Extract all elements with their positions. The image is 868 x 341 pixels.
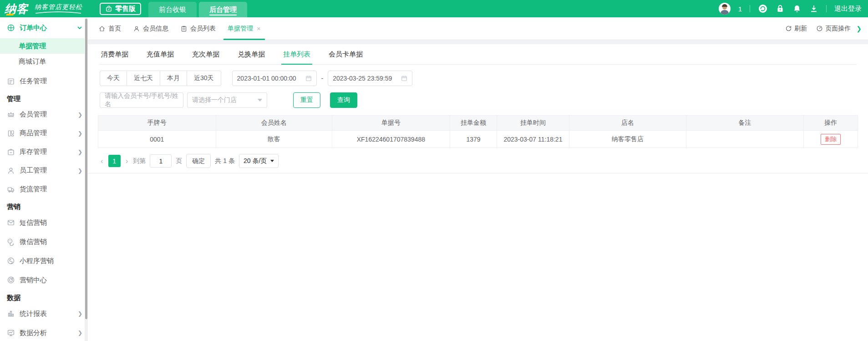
sidebar-section-data: 数据 xyxy=(0,292,88,304)
sidebar-item-label: 员工管理 xyxy=(20,166,47,175)
page-size-select[interactable]: 20 条/页 xyxy=(239,154,279,168)
sidebar-item-document-management[interactable]: 单据管理 xyxy=(0,38,88,54)
sidebar-item-staff-management[interactable]: 员工管理 ❯ xyxy=(0,161,88,180)
tab-times-orders[interactable]: 充次单据 xyxy=(190,44,221,64)
nav-tab-backend[interactable]: 后台管理 xyxy=(199,2,247,17)
quick-range-today[interactable]: 今天 xyxy=(100,71,127,86)
sidebar-item-sms-marketing[interactable]: 短信营销 xyxy=(0,213,88,232)
sidebar-section-label: 管理 xyxy=(7,95,20,103)
bell-icon[interactable] xyxy=(792,4,802,13)
sidebar-item-label: 短信营销 xyxy=(20,219,47,227)
nav-tab-cashier[interactable]: 前台收银 xyxy=(148,2,197,17)
sidebar-item-label: 任务管理 xyxy=(20,77,47,86)
avatar-hair xyxy=(722,4,727,7)
sidebar-item-marketing-center[interactable]: 营销中心 xyxy=(0,270,88,290)
tab-consume-orders[interactable]: 消费单据 xyxy=(99,44,130,64)
chevron-right-icon: ❯ xyxy=(78,168,82,174)
search-button[interactable]: 查询 xyxy=(330,92,357,108)
page-number-button[interactable]: 1 xyxy=(108,155,121,167)
quick-range-last30days[interactable]: 近30天 xyxy=(187,71,221,86)
miniprogram-icon xyxy=(7,257,15,265)
member-icon xyxy=(133,25,140,32)
close-icon[interactable]: × xyxy=(257,25,261,32)
cell-amount: 1379 xyxy=(450,131,497,148)
total-count: 共 1 条 xyxy=(215,157,235,165)
date-to-input[interactable]: 2023-03-25 23:59:59 xyxy=(328,71,412,86)
avatar[interactable] xyxy=(719,3,731,15)
topbar-right: 1 退出登录 xyxy=(719,3,862,15)
target-icon xyxy=(7,276,15,284)
search-label: 查询 xyxy=(337,96,350,104)
tab-exchange-orders[interactable]: 兑换单据 xyxy=(236,44,267,64)
refresh-button[interactable]: 刷新 xyxy=(781,17,812,40)
sidebar-section-label: 数据 xyxy=(7,294,20,302)
chevron-right-icon: ❯ xyxy=(78,330,82,336)
crumb-spacer xyxy=(267,17,781,40)
support-icon[interactable] xyxy=(758,4,768,14)
column-header-member-name: 会员姓名 xyxy=(216,116,332,131)
refresh-icon xyxy=(785,25,792,32)
tab-label: 兑换单据 xyxy=(238,50,265,58)
delete-button[interactable]: 删除 xyxy=(821,134,841,145)
sidebar-item-order-center[interactable]: 订单中心 xyxy=(0,17,88,38)
divider xyxy=(750,5,750,12)
crumb-tab-member-list[interactable]: 会员列表 xyxy=(174,17,222,40)
sidebar-item-label: 数据分析 xyxy=(20,329,47,337)
sidebar-scrollbar-thumb[interactable] xyxy=(85,19,87,319)
calendar-icon xyxy=(401,75,407,81)
goto-page-input[interactable]: 1 xyxy=(150,154,172,168)
lock-icon[interactable] xyxy=(776,4,785,13)
sidebar-item-task-management[interactable]: 任务管理 xyxy=(0,72,88,91)
tab-hold-orders[interactable]: 挂单列表 xyxy=(281,44,312,64)
sidebar-item-label: 订单中心 xyxy=(20,24,47,32)
sidebar-scrollbar[interactable] xyxy=(85,17,88,341)
member-search-placeholder: 请输入会员卡号/手机号/姓名 xyxy=(105,92,178,108)
nav-tab-backend-label: 后台管理 xyxy=(209,5,237,14)
member-search-input[interactable]: 请输入会员卡号/手机号/姓名 xyxy=(100,92,183,108)
quick-range-last7days[interactable]: 近七天 xyxy=(127,71,160,86)
logout-button[interactable]: 退出登录 xyxy=(834,5,862,13)
product-icon xyxy=(7,129,15,137)
breadcrumb-tab-bar: 首页 会员信息 会员列表 单据管理 × 刷新 xyxy=(88,17,868,40)
sidebar-item-logistics-management[interactable]: 货流管理 xyxy=(0,180,88,198)
quick-range-this-month[interactable]: 本月 xyxy=(160,71,187,86)
goto-page-suffix: 页 xyxy=(176,157,182,165)
table-header-row: 手牌号 会员姓名 单据号 挂单金额 挂单时间 店名 备注 操作 xyxy=(98,116,858,131)
sidebar-item-data-analysis[interactable]: 数据分析 ❯ xyxy=(0,323,88,341)
home-icon xyxy=(98,25,106,32)
column-header-amount: 挂单金额 xyxy=(450,116,497,131)
date-from-input[interactable]: 2023-01-01 00:00:00 xyxy=(232,71,317,86)
tagline-text: 纳客管店更轻松 xyxy=(35,3,82,11)
page-operations-button[interactable]: 页面操作 xyxy=(812,17,855,40)
crumb-tab-member-info[interactable]: 会员信息 xyxy=(127,17,174,40)
tab-member-card-orders[interactable]: 会员卡单据 xyxy=(327,44,365,64)
download-icon[interactable] xyxy=(809,4,818,13)
crumb-tab-home[interactable]: 首页 xyxy=(92,17,127,40)
document-tabs: 消费单据 充值单据 充次单据 兑换单据 挂单列表 会员卡单据 xyxy=(99,44,857,65)
sidebar-item-product-management[interactable]: 商品管理 ❯ xyxy=(0,124,88,143)
goto-confirm-button[interactable]: 确定 xyxy=(186,154,211,168)
tagline: 纳客管店更轻松 xyxy=(35,3,82,14)
cell-hand-no: 0001 xyxy=(98,131,216,148)
next-page-icon[interactable]: › xyxy=(125,157,129,166)
sidebar-item-miniprogram-marketing[interactable]: 小程序营销 xyxy=(0,251,88,270)
crumb-tab-document-management[interactable]: 单据管理 × xyxy=(222,17,267,40)
sidebar-item-statistics-reports[interactable]: 统计报表 ❯ xyxy=(0,304,88,323)
sidebar-item-label: 货流管理 xyxy=(20,185,47,193)
reset-button[interactable]: 重置 xyxy=(293,92,320,108)
sidebar-item-mall-orders[interactable]: 商城订单 xyxy=(0,54,88,69)
pagination: ‹ 1 › 到第 1 页 确定 共 1 条 20 条/页 xyxy=(100,154,868,168)
sidebar-item-label: 商城订单 xyxy=(19,57,46,66)
cell-order-no: XF16224601707839488 xyxy=(332,131,450,148)
tab-recharge-orders[interactable]: 充值单据 xyxy=(145,44,176,64)
prev-page-icon[interactable]: ‹ xyxy=(100,157,104,166)
column-header-order-no: 单据号 xyxy=(332,116,450,131)
sidebar-item-wechat-marketing[interactable]: 微信营销 xyxy=(0,232,88,251)
main-content: 首页 会员信息 会员列表 单据管理 × 刷新 xyxy=(88,17,868,341)
sidebar-item-member-management[interactable]: 会员管理 ❯ xyxy=(0,105,88,124)
column-header-time: 挂单时间 xyxy=(497,116,569,131)
store-select[interactable]: 请选择一个门店 xyxy=(187,92,267,108)
panel-expand-chevron-icon[interactable]: ❯ xyxy=(855,17,862,40)
sidebar-item-inventory-management[interactable]: 库存管理 ❯ xyxy=(0,143,88,161)
date-to-value: 2023-03-25 23:59:59 xyxy=(333,75,401,82)
